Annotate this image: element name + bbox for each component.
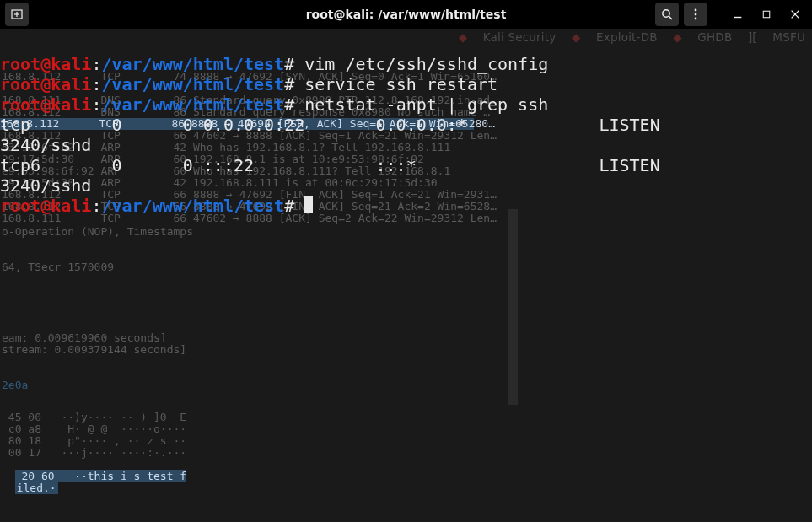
search-button[interactable] <box>655 3 679 26</box>
svg-rect-9 <box>763 11 770 18</box>
svg-line-4 <box>669 16 672 19</box>
svg-point-3 <box>663 10 669 17</box>
bg-hex: iled.· <box>2 471 58 494</box>
bg-detail: eam: 0.009619960 seconds] <box>2 332 167 344</box>
close-button[interactable] <box>783 3 807 26</box>
cursor <box>304 196 313 213</box>
prompt-user: root@kali <box>0 54 91 74</box>
svg-point-6 <box>695 13 697 16</box>
prompt-path: /var/www/html/test <box>101 54 284 74</box>
svg-point-5 <box>695 9 697 12</box>
command-line: service ssh restart <box>294 74 497 94</box>
minimize-button[interactable] <box>726 3 750 26</box>
svg-point-7 <box>695 18 697 20</box>
new-tab-button[interactable] <box>5 3 29 26</box>
command-line: netstat -anpt | grep ssh <box>294 94 548 115</box>
netstat-output: 3240/sshd <box>0 135 91 155</box>
terminal[interactable]: root@kali:/var/www/html/test# vim /etc/s… <box>0 34 701 216</box>
command-line: vim /etc/ssh/sshd_config <box>294 54 548 74</box>
bg-hex-hdr: 2e0a <box>2 379 28 391</box>
bg-hex: 45 00 ··)y···· ·· ) ]0 E <box>2 412 193 423</box>
netstat-output: 3240/sshd <box>0 175 91 196</box>
scrollbar[interactable] <box>508 209 518 405</box>
maximize-button[interactable] <box>755 3 778 26</box>
netstat-output: tcp 0 0 0.0.0.0:22 0.0.0.0:* LISTEN <box>0 115 701 135</box>
bg-detail: stream: 0.009379144 seconds] <box>2 344 186 356</box>
bg-hex: c0 a8 H· @ @ ·····o···· <box>2 423 186 435</box>
bg-hex: 80 18 p"···· , ·· z s ·· <box>2 435 186 447</box>
bg-hex: 00 17 ···j···· ····:·.··· <box>2 447 186 459</box>
titlebar: root@kali: /var/www/html/test <box>0 0 812 29</box>
netstat-output: tcp6 0 0 :::22 :::* LISTEN <box>0 155 701 175</box>
bg-hex: 20 60 ··this i s test f <box>2 459 186 482</box>
bg-detail: o-Operation (NOP), Timestamps <box>2 226 193 238</box>
bg-detail: 64, TSecr 1570009 <box>2 261 114 273</box>
menu-button[interactable] <box>684 3 707 26</box>
